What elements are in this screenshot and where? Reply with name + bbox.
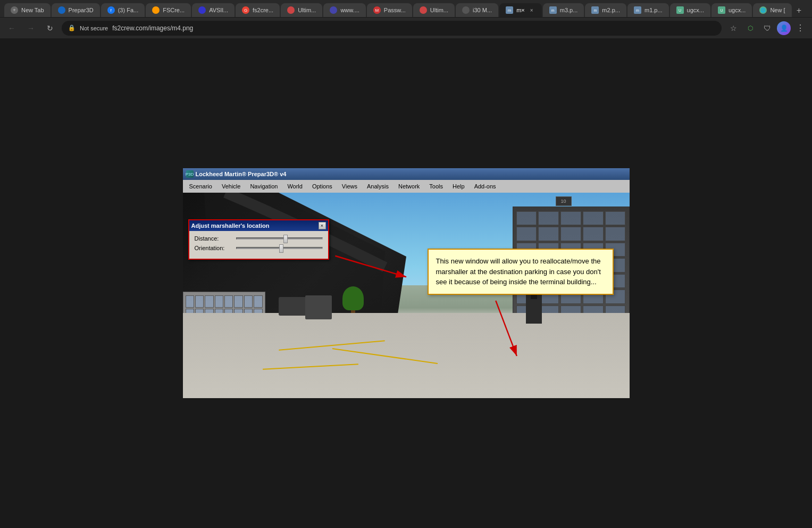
tab-google[interactable]: G fs2cre... <box>236 3 280 17</box>
avsi-favicon <box>198 6 206 14</box>
tooltip-text: This new window will allow you to reallo… <box>436 257 601 286</box>
shield-button[interactable]: 🛡 <box>760 21 775 36</box>
minimize-button[interactable]: — <box>806 1 812 16</box>
distance-slider[interactable] <box>236 237 323 240</box>
bookmark-button[interactable]: ☆ <box>726 21 741 36</box>
prepar-favicon <box>58 6 65 14</box>
tab-fscrew-label: FSCre... <box>163 7 185 13</box>
tabs-area: + New Tab Prepar3D f (3) Fa... FSCre... … <box>4 0 806 17</box>
apron <box>183 313 630 398</box>
tab-m1[interactable]: m m1.p... <box>627 3 669 17</box>
title-bar: + New Tab Prepar3D f (3) Fa... FSCre... … <box>0 0 812 17</box>
tab-m4-label: m× <box>516 7 525 13</box>
tab-m4-close[interactable]: × <box>528 6 535 14</box>
url-display: fs2crew.com/images/m4.png <box>112 24 193 32</box>
tab-ultim1[interactable]: Ultim... <box>281 3 322 17</box>
sim-app-icon: P3D <box>186 170 194 178</box>
tab-i30m[interactable]: i30 M... <box>456 3 498 17</box>
tab-ultim2[interactable]: Ultim... <box>413 3 455 17</box>
menu-help[interactable]: Help <box>448 182 469 191</box>
passw-favicon: M <box>373 6 381 14</box>
window-controls: — □ × <box>806 1 812 16</box>
forward-button[interactable]: → <box>23 21 38 36</box>
tab-passw-label: Passw... <box>384 7 406 13</box>
tab-m1-label: m1.p... <box>644 7 663 13</box>
menu-views[interactable]: Views <box>338 182 362 191</box>
tab-m4-active[interactable]: m m× × <box>499 3 542 17</box>
ground-vehicle-2 <box>305 295 332 319</box>
simulator-window: P3D Lockheed Martin® Prepar3D® v4 Scenar… <box>183 168 630 398</box>
tab-avsi[interactable]: AVSIl... <box>192 3 235 17</box>
new-tab-favicon: + <box>11 6 18 14</box>
menu-world[interactable]: World <box>283 182 307 191</box>
lock-icon: 🔒 <box>68 24 76 31</box>
sim-title-text: Lockheed Martin® Prepar3D® v4 <box>196 171 287 177</box>
menu-navigation[interactable]: Navigation <box>246 182 282 191</box>
orientation-thumb[interactable] <box>279 244 283 253</box>
menu-analysis[interactable]: Analysis <box>363 182 393 191</box>
extension-button[interactable]: ⬡ <box>743 21 758 36</box>
tab-prepar-label: Prepar3D <box>69 7 94 13</box>
dialog-title-bar: Adjust marshaller's location × <box>189 220 328 231</box>
new2-favicon: 🌐 <box>759 6 767 14</box>
tab-m3[interactable]: m m3.p... <box>543 3 584 17</box>
tab-www[interactable]: www.... <box>323 3 365 17</box>
tab-ugcx1-label: ugcx... <box>687 7 704 13</box>
tab-www-label: www.... <box>340 7 359 13</box>
tab-passw[interactable]: M Passw... <box>367 3 412 17</box>
dialog-title: Adjust marshaller's location <box>191 222 270 229</box>
ultim1-favicon <box>287 6 295 14</box>
menu-tools[interactable]: Tools <box>425 182 447 191</box>
menu-network[interactable]: Network <box>394 182 424 191</box>
menu-options[interactable]: Options <box>308 182 337 191</box>
tab-ugcx1[interactable]: U ugcx... <box>670 3 710 17</box>
orientation-label: Orientation: <box>195 245 233 251</box>
m3-favicon: m <box>549 6 557 14</box>
adjust-dialog: Adjust marshaller's location × Distance:… <box>188 219 329 260</box>
tab-fscrew[interactable]: FSCre... <box>146 3 191 17</box>
tab-new-tab-label: New Tab <box>21 7 44 13</box>
tab-new2-label: New [ <box>770 7 785 13</box>
gate-sign: 10 <box>556 196 572 206</box>
tab-ultim1-label: Ultim... <box>298 7 316 13</box>
tab-new-tab[interactable]: + New Tab <box>4 3 51 17</box>
tab-m3-label: m3.p... <box>560 7 578 13</box>
sim-flight-view: 10 <box>183 193 630 398</box>
tab-prepar[interactable]: Prepar3D <box>52 3 100 17</box>
orientation-slider[interactable] <box>236 247 323 249</box>
ugcx1-favicon: U <box>676 6 684 14</box>
tab-facebook-label: (3) Fa... <box>118 7 139 13</box>
tab-m2[interactable]: m m2.p... <box>585 3 626 17</box>
i30m-favicon <box>462 6 470 14</box>
address-input[interactable]: 🔒 Not secure fs2crew.com/images/m4.png <box>62 21 722 36</box>
back-button[interactable]: ← <box>4 21 19 36</box>
toolbar-right: ☆ ⬡ 🛡 👤 ⋮ <box>726 21 808 36</box>
tab-ugcx2-label: ugcx... <box>729 7 746 13</box>
profile-avatar[interactable]: 👤 <box>777 21 791 35</box>
tab-i30m-label: i30 M... <box>473 7 492 13</box>
tab-new2[interactable]: 🌐 New [ <box>753 3 791 17</box>
tarmac-line-3 <box>263 364 358 369</box>
dialog-row-orientation: Orientation: <box>195 245 323 251</box>
menu-scenario[interactable]: Scenario <box>185 182 216 191</box>
dialog-row-distance: Distance: <box>195 235 323 242</box>
new-tab-button[interactable]: + <box>793 4 806 17</box>
tab-avsi-label: AVSIl... <box>209 7 228 13</box>
tooltip-box: This new window will allow you to reallo… <box>428 249 614 295</box>
menu-addons[interactable]: Add-ons <box>470 182 500 191</box>
www-favicon <box>330 6 337 14</box>
sim-menu-bar: Scenario Vehicle Navigation World Option… <box>183 180 630 193</box>
ugcx2-favicon: U <box>718 6 725 14</box>
menu-button[interactable]: ⋮ <box>793 21 808 36</box>
tab-ugcx2[interactable]: U ugcx... <box>711 3 752 17</box>
menu-vehicle[interactable]: Vehicle <box>217 182 245 191</box>
ultim2-favicon <box>420 6 427 14</box>
dialog-close-button[interactable]: × <box>319 222 326 229</box>
not-secure-label: Not secure <box>80 25 108 31</box>
refresh-button[interactable]: ↻ <box>43 21 57 36</box>
m2-favicon: m <box>591 6 599 14</box>
distance-thumb[interactable] <box>283 235 288 243</box>
google-favicon: G <box>242 6 249 14</box>
tab-facebook[interactable]: f (3) Fa... <box>101 3 145 17</box>
m1-favicon: m <box>634 6 641 14</box>
